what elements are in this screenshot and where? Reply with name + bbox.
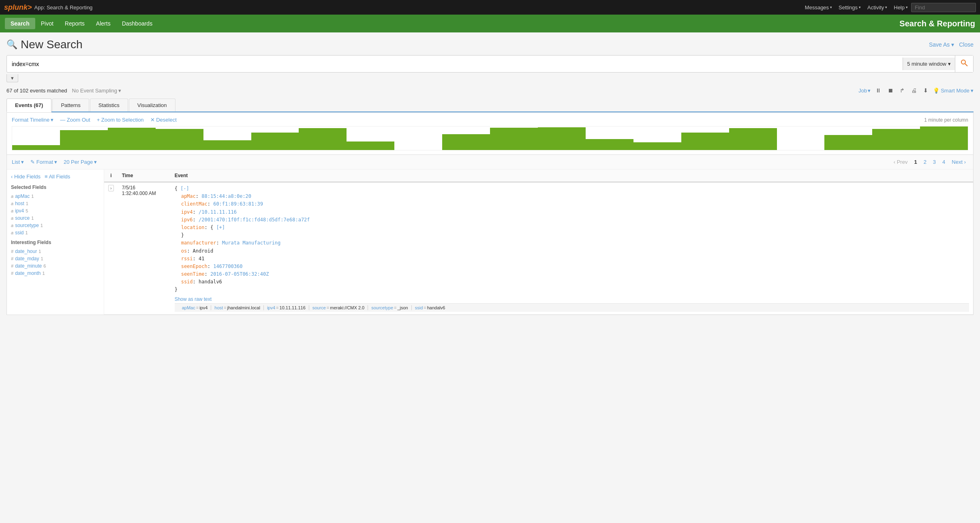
activity-caret: ▾ <box>885 5 887 9</box>
timeline-bar-group[interactable] <box>824 126 872 150</box>
expand-location-button[interactable]: [+] <box>216 225 225 230</box>
tab-patterns[interactable]: Patterns <box>52 99 89 111</box>
timeline-bar <box>920 126 968 150</box>
top-nav-help[interactable]: Help ▾ <box>890 3 911 12</box>
timeline-bar-group[interactable] <box>203 126 251 150</box>
time-window-picker[interactable]: 5 minute window ▾ <box>903 58 955 70</box>
field-date-minute: # date_minute 6 <box>11 262 100 270</box>
page-4-button[interactable]: 4 <box>940 158 948 166</box>
field-ipv4-link[interactable]: ipv4 <box>15 208 24 214</box>
timeline-bar-group[interactable] <box>12 126 60 150</box>
find-input[interactable] <box>911 3 976 12</box>
top-nav-messages[interactable]: Messages ▾ <box>802 3 835 12</box>
page-2-button[interactable]: 2 <box>921 158 929 166</box>
nav-pivot[interactable]: Pivot <box>35 18 59 29</box>
deselect-button[interactable]: ✕ Deselect <box>150 117 177 123</box>
field-sourcetype-link[interactable]: sourcetype <box>15 223 39 228</box>
field-date-hour-link[interactable]: date_hour <box>15 249 37 254</box>
field-apMac-link[interactable]: apMac <box>15 193 30 199</box>
close-button[interactable]: Close <box>959 41 974 48</box>
collapse-event-button[interactable]: [-] <box>180 186 189 191</box>
field-source: a source 1 <box>11 214 100 222</box>
search-header-actions: Save As ▾ Close <box>929 41 974 48</box>
timeline-bar-group[interactable] <box>60 126 108 150</box>
stop-button[interactable]: ⏹ <box>886 86 895 94</box>
timeline-bar <box>872 129 920 150</box>
share-button[interactable]: ↱ <box>898 86 906 94</box>
list-caret: ▾ <box>21 159 24 165</box>
row-expand-button[interactable]: › <box>108 185 114 191</box>
show-raw-link[interactable]: Show as raw text <box>175 296 212 302</box>
list-view-button[interactable]: List ▾ <box>12 159 24 165</box>
timeline-bar-group[interactable] <box>586 126 633 150</box>
nav-dashboards[interactable]: Dashboards <box>116 18 158 29</box>
field-host-link[interactable]: host <box>15 201 24 206</box>
timeline-bar-group[interactable] <box>442 126 490 150</box>
timeline-bar-group[interactable] <box>920 126 968 150</box>
timeline-bar <box>347 141 394 150</box>
next-page-button[interactable]: Next › <box>949 158 968 166</box>
prev-page-button[interactable]: ‹ Prev <box>891 158 910 166</box>
page-1-button[interactable]: 1 <box>912 158 919 166</box>
timeline-bar-group[interactable] <box>394 126 442 150</box>
field-date-hour: # date_hour 1 <box>11 248 100 255</box>
format-timeline-caret: ▾ <box>51 117 53 123</box>
zoom-out-button[interactable]: — Zoom Out <box>60 117 90 123</box>
timeline-bar-group[interactable] <box>299 126 347 150</box>
app-name[interactable]: App: Search & Reporting <box>34 4 93 11</box>
nav-alerts[interactable]: Alerts <box>90 18 116 29</box>
field-source-link[interactable]: source <box>15 215 30 221</box>
top-nav-settings[interactable]: Settings ▾ <box>835 3 864 12</box>
timeline-bar <box>681 133 729 150</box>
timeline-bar-group[interactable] <box>681 126 729 150</box>
timeline-bar-group[interactable] <box>729 126 777 150</box>
page-3-button[interactable]: 3 <box>931 158 938 166</box>
events-matched-label: 67 of 102 events matched <box>6 88 67 94</box>
timeline-bar-group[interactable] <box>108 126 156 150</box>
field-ssid-link[interactable]: ssid <box>15 230 24 236</box>
timeline-bar-group[interactable] <box>538 126 586 150</box>
format-button[interactable]: ✎ Format ▾ <box>30 159 57 165</box>
timeline-bar <box>586 139 633 150</box>
smart-mode-button[interactable]: 💡 Smart Mode ▾ <box>933 88 974 94</box>
messages-caret: ▾ <box>830 5 832 9</box>
print-button[interactable]: 🖨 <box>909 86 918 94</box>
nav-reports[interactable]: Reports <box>59 18 90 29</box>
field-date-month-link[interactable]: date_month <box>15 270 41 276</box>
top-nav-activity[interactable]: Activity ▾ <box>864 3 890 12</box>
save-as-button[interactable]: Save As ▾ <box>929 41 954 48</box>
job-button[interactable]: Job ▾ <box>858 88 871 94</box>
zoom-to-selection-button[interactable]: + Zoom to Selection <box>97 117 144 123</box>
timeline-bar-group[interactable] <box>156 126 203 150</box>
timeline-bar-group[interactable] <box>633 126 681 150</box>
timeline-bar-group[interactable] <box>347 126 394 150</box>
search-expand-toggle[interactable]: ▾ <box>6 74 18 82</box>
event-ipv6-line: ipv6: /2001:470:1f0f:f1c:fd48:d5df:7e68:… <box>175 216 969 224</box>
search-input[interactable] <box>7 57 903 71</box>
timeline-bar <box>251 133 299 150</box>
field-date-minute-link[interactable]: date_minute <box>15 263 42 269</box>
all-fields-button[interactable]: ≡ All Fields <box>45 174 70 180</box>
per-page-button[interactable]: 20 Per Page ▾ <box>64 159 97 165</box>
search-execute-button[interactable] <box>955 56 973 72</box>
timeline-bar <box>156 129 203 150</box>
tab-statistics[interactable]: Statistics <box>90 99 128 111</box>
download-button[interactable]: ⬇ <box>922 86 930 94</box>
timeline-bar <box>299 128 347 150</box>
timeline-bar <box>108 128 156 150</box>
hide-fields-button[interactable]: ‹ Hide Fields <box>11 174 41 180</box>
settings-caret: ▾ <box>859 5 861 9</box>
timeline-bar <box>12 145 60 150</box>
tab-events[interactable]: Events (67) <box>6 99 51 112</box>
pause-button[interactable]: ⏸ <box>874 86 883 94</box>
timeline-bar-group[interactable] <box>490 126 538 150</box>
field-date-mday-link[interactable]: date_mday <box>15 256 39 262</box>
event-ssid-line: ssid: handalv6 <box>175 278 969 286</box>
timeline-bar-group[interactable] <box>251 126 299 150</box>
no-sampling-dropdown[interactable]: No Event Sampling ▾ <box>72 88 121 94</box>
timeline-bar-group[interactable] <box>777 126 825 150</box>
nav-search[interactable]: Search <box>5 18 35 29</box>
tab-visualization[interactable]: Visualization <box>129 99 175 111</box>
timeline-bar-group[interactable] <box>872 126 920 150</box>
format-timeline-button[interactable]: Format Timeline ▾ <box>12 117 53 123</box>
